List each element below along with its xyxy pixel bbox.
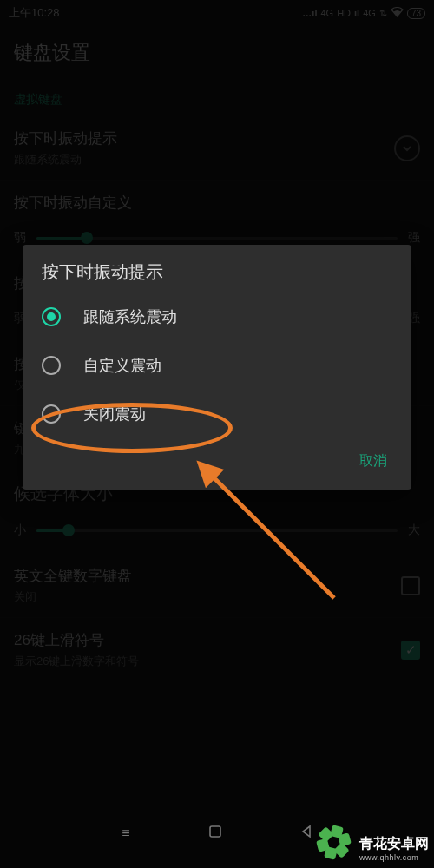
radio-icon <box>42 307 61 326</box>
dialog-option-off[interactable]: 关闭震动 <box>23 390 411 438</box>
radio-icon <box>42 356 61 375</box>
dialog-title: 按下时振动提示 <box>23 260 411 293</box>
watermark-url: www.qhhlv.com <box>359 853 429 862</box>
watermark-logo-icon <box>325 833 354 863</box>
option-label: 跟随系统震动 <box>83 306 177 327</box>
watermark: 青花安卓网 www.qhhlv.com <box>325 833 429 863</box>
radio-icon <box>42 404 61 424</box>
cancel-button[interactable]: 取消 <box>351 445 396 477</box>
nav-back-icon[interactable] <box>300 825 312 842</box>
svg-rect-1 <box>210 826 220 837</box>
nav-recent-icon[interactable]: ≡ <box>122 825 129 841</box>
dialog-option-follow-system[interactable]: 跟随系统震动 <box>23 293 411 341</box>
dialog-option-custom[interactable]: 自定义震动 <box>23 341 411 390</box>
option-label: 关闭震动 <box>83 404 146 424</box>
option-label: 自定义震动 <box>83 355 161 376</box>
vibrate-dialog: 按下时振动提示 跟随系统震动 自定义震动 关闭震动 取消 <box>23 245 411 490</box>
nav-home-icon[interactable] <box>208 825 222 842</box>
watermark-text: 青花安卓网 <box>359 835 429 853</box>
